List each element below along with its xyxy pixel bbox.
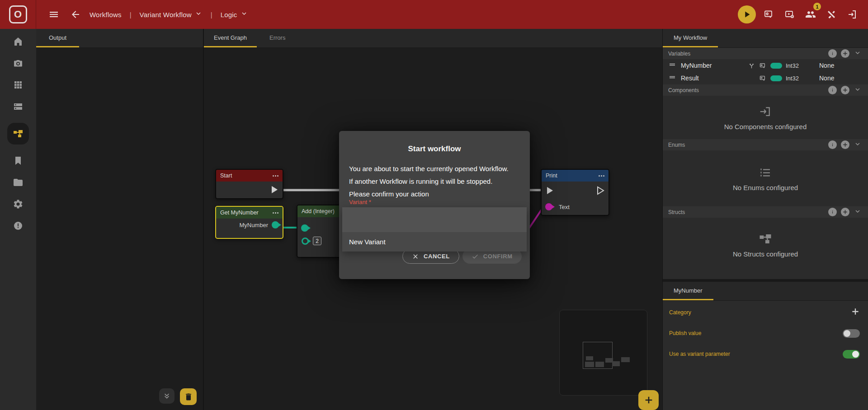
type-pill xyxy=(770,63,782,69)
exit-icon[interactable] xyxy=(844,7,860,22)
settings-gear-icon[interactable] xyxy=(7,199,29,210)
device-list-icon[interactable] xyxy=(7,101,29,112)
category-label: Category xyxy=(669,309,691,316)
scroll-to-bottom-button[interactable] xyxy=(159,388,175,404)
info-icon[interactable] xyxy=(828,49,837,58)
bookmark-icon[interactable] xyxy=(7,155,29,166)
tab-mynumber[interactable]: MyNumber xyxy=(663,282,713,300)
data-out-port[interactable] xyxy=(272,221,279,228)
runtime-settings-icon[interactable] xyxy=(782,7,797,22)
apps-grid-icon[interactable] xyxy=(7,79,29,90)
clear-output-button[interactable] xyxy=(180,388,197,405)
chevron-down-icon[interactable] xyxy=(854,85,862,95)
enums-label: Enums xyxy=(668,142,685,148)
run-workflow-button[interactable] xyxy=(738,5,756,23)
chevron-down-icon xyxy=(194,9,203,19)
start-workflow-dialog: Start workflow You are about to start th… xyxy=(339,131,530,279)
add-enum-button[interactable] xyxy=(841,140,849,149)
input-value-box[interactable]: 2 xyxy=(313,237,321,245)
category-row: Category xyxy=(663,303,868,321)
chevron-down-icon[interactable] xyxy=(854,49,862,59)
back-arrow-icon[interactable] xyxy=(68,7,83,22)
alert-icon[interactable] xyxy=(7,220,29,231)
info-icon[interactable] xyxy=(828,140,837,149)
chevron-down-icon[interactable] xyxy=(854,207,862,217)
menu-icon[interactable] xyxy=(46,7,61,22)
data-in-port-a[interactable] xyxy=(301,224,308,232)
workflow-library-panel: My Workflow Variables MyNumber xyxy=(663,29,868,279)
left-rail xyxy=(0,29,36,410)
exec-in-port[interactable] xyxy=(545,186,554,195)
home-icon[interactable] xyxy=(7,36,29,47)
node-print[interactable]: Print Text xyxy=(541,169,609,216)
folder-icon[interactable] xyxy=(7,177,29,188)
dropdown-option-new-variant[interactable]: New Variant xyxy=(342,232,527,252)
breadcrumb-separator2: | xyxy=(209,11,214,19)
tab-errors[interactable]: Errors xyxy=(257,29,298,47)
struct-icon xyxy=(759,232,772,246)
plus-icon xyxy=(851,307,860,316)
tools-icon[interactable] xyxy=(824,7,839,22)
branch-icon xyxy=(748,62,755,70)
tab-event-graph[interactable]: Event Graph xyxy=(204,29,257,47)
camera-icon[interactable] xyxy=(7,58,29,69)
users-icon xyxy=(805,9,816,20)
node-get-mynumber-header[interactable]: Get MyNumber xyxy=(216,207,283,219)
top-bar: O Workflows | Variant Workflow | Logic xyxy=(0,0,868,29)
publish-value-toggle[interactable] xyxy=(843,329,860,338)
enums-empty-state: No Enums configured xyxy=(663,150,868,206)
structs-empty-text: No Structs configured xyxy=(733,250,798,258)
chevron-down-icon[interactable] xyxy=(854,140,862,150)
data-in-port-b[interactable] xyxy=(302,238,309,245)
add-component-button[interactable] xyxy=(841,86,849,94)
close-x-icon xyxy=(412,253,419,260)
add-variable-button[interactable] xyxy=(841,49,849,58)
variant-parameter-toggle[interactable] xyxy=(843,350,860,359)
node-start-header[interactable]: Start xyxy=(216,170,283,182)
check-icon xyxy=(472,253,479,260)
dialog-line-2: If another Workflow is running it will b… xyxy=(349,175,520,188)
node-menu-icon[interactable] xyxy=(599,175,604,177)
node-start[interactable]: Start xyxy=(215,169,283,199)
node-print-header[interactable]: Print xyxy=(542,170,609,182)
users-button[interactable]: 1 xyxy=(803,7,818,22)
add-struct-button[interactable] xyxy=(841,208,849,216)
exec-out-port[interactable] xyxy=(270,185,279,194)
variable-row[interactable]: MyNumber Int32 None xyxy=(663,59,868,72)
enums-section-header: Enums xyxy=(663,139,868,150)
exec-out-port[interactable] xyxy=(596,186,605,195)
info-icon[interactable] xyxy=(828,208,837,216)
output-body xyxy=(36,48,203,410)
publish-value-label: Publish value xyxy=(669,330,701,336)
confirm-label: CONFIRM xyxy=(483,253,513,260)
node-menu-icon[interactable] xyxy=(273,175,278,177)
node-menu-icon[interactable] xyxy=(273,212,278,214)
save-link-icon[interactable] xyxy=(761,7,777,22)
type-pill xyxy=(770,75,782,81)
workflow-selector[interactable]: Variant Workflow xyxy=(140,9,203,19)
drag-handle-icon[interactable] xyxy=(668,73,679,83)
dropdown-option-empty[interactable] xyxy=(342,207,527,232)
minimap[interactable] xyxy=(559,310,647,396)
tab-output[interactable]: Output xyxy=(36,29,79,47)
section-selector[interactable]: Logic xyxy=(221,9,248,19)
add-category-button[interactable] xyxy=(851,307,860,318)
info-icon[interactable] xyxy=(828,86,837,94)
tab-my-workflow[interactable]: My Workflow xyxy=(663,29,718,47)
add-node-button[interactable] xyxy=(638,390,659,410)
structs-empty-state: No Structs configured xyxy=(663,218,868,272)
structs-label: Structs xyxy=(668,209,685,215)
node-get-mynumber[interactable]: Get MyNumber MyNumber xyxy=(215,206,283,239)
variable-type: Int32 xyxy=(786,62,807,69)
plus-icon xyxy=(842,87,848,93)
variable-value: None xyxy=(819,75,846,82)
components-section-header: Components xyxy=(663,84,868,96)
variable-value: None xyxy=(819,62,846,69)
workflow-icon[interactable] xyxy=(7,123,29,144)
canvas-tabstrip: Event Graph Errors xyxy=(204,29,662,48)
text-in-port[interactable] xyxy=(545,203,552,210)
breadcrumb-workflows[interactable]: Workflows xyxy=(90,11,122,19)
variable-name: MyNumber xyxy=(681,62,712,69)
drag-handle-icon[interactable] xyxy=(668,61,679,70)
variable-row[interactable]: Result Int32 None xyxy=(663,72,868,84)
